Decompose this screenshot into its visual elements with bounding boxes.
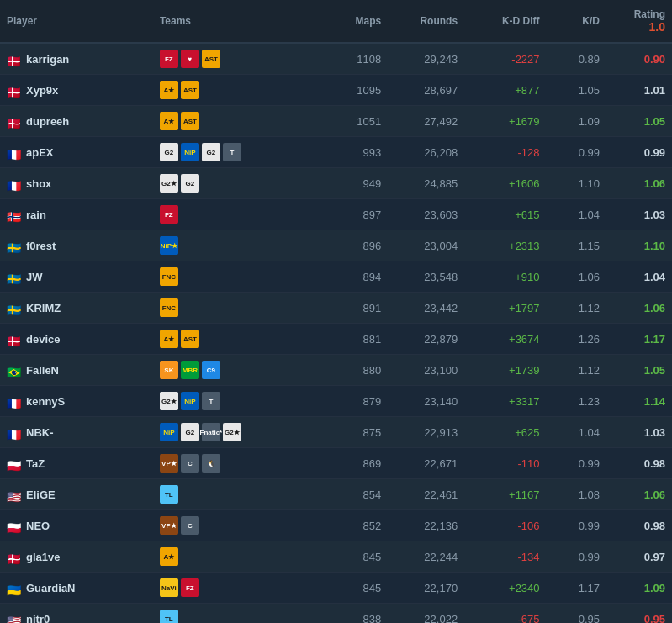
- table-row: nitr0TL83822,022-6750.950.95: [0, 604, 672, 624]
- flag-icon: [7, 241, 22, 251]
- rounds-value: 26,208: [388, 137, 464, 168]
- flag-icon: [7, 86, 22, 96]
- kd-value: 1.04: [547, 199, 606, 230]
- table-row: deviceA★AST88122,879+36741.261.17: [0, 324, 672, 355]
- maps-value: 881: [328, 324, 388, 355]
- team-logo: G2: [160, 143, 178, 161]
- col-rating: Rating 1.0: [606, 0, 672, 43]
- col-maps: Maps: [328, 0, 388, 43]
- rating-value: 1.17: [606, 324, 672, 355]
- kd-diff-value: +625: [464, 417, 546, 448]
- team-logo: A★: [160, 112, 178, 130]
- kd-value: 1.08: [547, 479, 606, 510]
- rounds-value: 22,136: [388, 510, 464, 541]
- player-name-text: gla1ve: [26, 551, 60, 563]
- team-logo: AST: [181, 330, 199, 348]
- kd-value: 0.99: [547, 448, 606, 479]
- flag-icon: [7, 117, 22, 127]
- flag-icon: [7, 521, 22, 531]
- flag-icon: [7, 366, 22, 376]
- rounds-value: 23,140: [388, 386, 464, 417]
- rating-value: 1.10: [606, 230, 672, 261]
- table-row: shoxG2★G294924,885+16061.101.06: [0, 168, 672, 199]
- kd-value: 1.12: [547, 355, 606, 386]
- kd-value: 0.89: [547, 43, 606, 75]
- maps-value: 1108: [328, 43, 388, 75]
- flag-icon: [7, 428, 22, 438]
- teams-cell: A★: [153, 541, 328, 573]
- player-name-text: karrigan: [26, 53, 69, 66]
- team-logo: A★: [160, 330, 178, 348]
- player-name-text: JW: [26, 271, 43, 283]
- team-logo: VP★: [160, 454, 178, 473]
- teams-cell: A★AST: [153, 106, 328, 137]
- team-logo: AST: [181, 81, 199, 99]
- player-name-text: GuardiaN: [26, 582, 76, 594]
- kd-value: 0.95: [547, 604, 606, 624]
- team-logo: FZ: [160, 50, 178, 68]
- rating-value: 1.06: [606, 293, 672, 324]
- kd-diff-value: +2340: [464, 573, 546, 604]
- rating-value: 1.05: [606, 355, 672, 386]
- rating-value: 0.98: [606, 510, 672, 541]
- player-cell: f0rest: [0, 230, 153, 261]
- table-row: karriganFZ♥AST110829,243-22270.890.90: [0, 43, 672, 75]
- kd-value: 1.12: [547, 293, 606, 324]
- player-name-text: KRIMZ: [26, 302, 61, 314]
- player-cell: rain: [0, 199, 153, 230]
- maps-value: 869: [328, 448, 388, 479]
- rating-value: 1.04: [606, 261, 672, 293]
- player-cell: GuardiaN: [0, 573, 153, 604]
- team-logo: A★: [160, 81, 178, 99]
- player-name-text: EliGE: [26, 488, 56, 501]
- rounds-value: 23,603: [388, 199, 464, 230]
- rating-value: 1.03: [606, 417, 672, 448]
- teams-cell: FNC: [153, 261, 328, 293]
- team-logo: FZ: [181, 578, 199, 597]
- kd-diff-value: +3317: [464, 386, 546, 417]
- teams-cell: G2★NiPT: [153, 386, 328, 417]
- kd-diff-value: +1739: [464, 355, 546, 386]
- table-row: KRIMZFNC89123,442+17971.121.06: [0, 293, 672, 324]
- team-logo: G2: [202, 143, 220, 161]
- maps-value: 838: [328, 604, 388, 624]
- rounds-value: 24,885: [388, 168, 464, 199]
- teams-cell: VP★C: [153, 510, 328, 541]
- rating-value: 1.01: [606, 75, 672, 106]
- kd-diff-value: +615: [464, 199, 546, 230]
- team-logo: C: [181, 454, 199, 473]
- team-logo: A★: [160, 547, 178, 566]
- rating-value: 0.98: [606, 448, 672, 479]
- table-row: dupreehA★AST105127,492+16791.091.05: [0, 106, 672, 137]
- rating-value: 0.97: [606, 541, 672, 573]
- rating-value: 1.05: [606, 106, 672, 137]
- player-name-text: rain: [26, 209, 46, 221]
- col-player: Player: [0, 0, 153, 43]
- kd-diff-value: +1679: [464, 106, 546, 137]
- player-name-text: Xyp9x: [26, 84, 58, 97]
- player-cell: device: [0, 324, 153, 355]
- kd-value: 1.06: [547, 261, 606, 293]
- kd-value: 1.23: [547, 386, 606, 417]
- table-row: NEOVP★C85222,136-1060.990.98: [0, 510, 672, 541]
- teams-cell: FZ: [153, 199, 328, 230]
- team-logo: G2: [181, 174, 199, 193]
- player-cell: EliGE: [0, 479, 153, 510]
- kd-diff-value: +1167: [464, 479, 546, 510]
- flag-icon: [7, 55, 22, 65]
- rounds-value: 22,244: [388, 541, 464, 573]
- rating-value: 1.06: [606, 479, 672, 510]
- kd-diff-value: -110: [464, 448, 546, 479]
- player-cell: Xyp9x: [0, 75, 153, 106]
- player-name-text: dupreeh: [26, 115, 69, 128]
- team-logo: 🐧: [202, 454, 220, 473]
- player-name-text: nitr0: [26, 613, 50, 624]
- team-logo: FZ: [160, 205, 178, 224]
- stats-table: Player Teams Maps Rounds K-D Diff K/D Ra…: [0, 0, 672, 623]
- kd-diff-value: +2313: [464, 230, 546, 261]
- rating-value: 0.90: [606, 43, 672, 75]
- kd-value: 1.17: [547, 573, 606, 604]
- player-cell: NEO: [0, 510, 153, 541]
- player-cell: dupreeh: [0, 106, 153, 137]
- rounds-value: 23,100: [388, 355, 464, 386]
